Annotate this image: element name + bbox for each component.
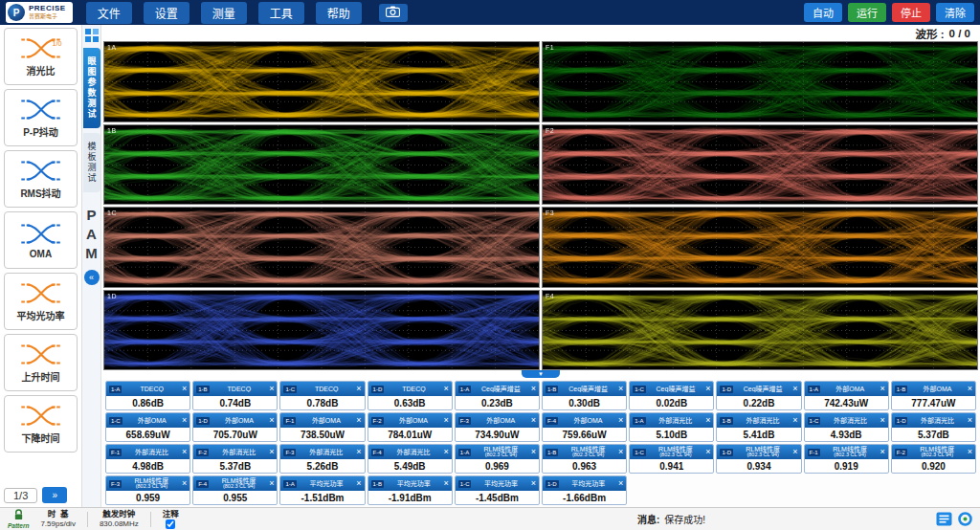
control-button-4[interactable]: 清除 [936,3,974,22]
eye-diagram-icon [18,342,64,367]
report-icon-button[interactable] [936,512,952,526]
eye-diagram-canvas [543,125,977,205]
measurement-name: RLM线性度(802.3 CL 94) [909,446,966,458]
sidebar-item-5[interactable]: 平均光功率 [4,273,78,330]
close-icon[interactable]: × [356,479,361,488]
close-icon[interactable]: × [182,385,187,393]
sidebar-item-4[interactable]: OMA [4,211,78,269]
close-icon[interactable]: × [618,416,623,425]
measurement-name: RLM线性度(802.3 CL 94) [123,477,180,490]
channel-tag: F-3 [283,449,296,456]
collapse-panel-button[interactable]: « [84,270,100,285]
measurement-name: 外部消光比 [386,449,442,455]
close-icon[interactable]: × [444,479,449,488]
measurement-card: 1-CTDECQ×0.78dB [279,381,365,410]
tab-eye-parameter-test[interactable]: 眼图参数测试 [83,48,100,128]
measurement-header: 1-BTDECQ× [193,382,277,396]
logo-icon: P [8,4,25,21]
close-icon[interactable]: × [968,448,972,456]
eye-diagram-canvas [104,125,539,205]
measurement-card: 1-CCeq噪声增益×0.02dB [629,381,714,410]
annotation-checkbox[interactable] [166,519,175,529]
close-icon[interactable]: × [705,448,710,456]
measurement-card: F-4外部消光比×5.49dB [368,444,453,474]
measurement-value: 0.955 [193,491,277,504]
close-icon[interactable]: × [792,448,797,456]
measurement-standard: (802.3 CL 94) [473,453,529,458]
measurement-header: F-3外部消光比× [280,445,364,459]
close-icon[interactable]: × [269,416,274,425]
close-icon[interactable]: × [356,448,361,456]
measurement-name: RLM线性度(802.3 CL 94) [560,446,616,458]
close-icon[interactable]: × [444,385,449,393]
sidebar-item-1[interactable]: 1/0消光比 [4,28,78,85]
close-icon[interactable]: × [705,385,710,393]
measurement-card: 1-BCeq噪声增益×0.30dB [542,381,627,410]
close-icon[interactable]: × [269,385,274,393]
pager-next-button[interactable]: » [42,487,67,503]
eye-diagram-icon [18,97,64,122]
close-icon[interactable]: × [182,416,187,425]
close-icon[interactable]: × [269,479,274,488]
channel-tag: F-2 [371,417,384,425]
close-icon[interactable]: × [618,385,623,393]
close-icon[interactable]: × [618,448,623,456]
measurement-header: 1-B外部消光比× [717,413,800,428]
close-icon[interactable]: × [792,385,797,393]
eye-diagram-grid: 1A1B1C1DF1F2F3F4 [101,41,980,370]
layout-grid-icon[interactable] [85,29,99,42]
app-window: P PRECISE 普赛斯电子 文件设置测量工具帮助 自动运行停止清除 1/0消… [0,0,980,530]
measurement-header: F-3RLM线性度(802.3 CL 94)× [106,476,189,491]
measurement-name: 外部OMA [822,386,879,392]
close-icon[interactable]: × [705,416,710,425]
menu-item-5[interactable]: 帮助 [316,2,362,24]
measurement-name: RLM线性度(802.3 CL 94) [735,446,791,458]
measurement-card: 1-A外部OMA×742.43uW [804,381,889,410]
close-icon[interactable]: × [531,479,536,488]
close-icon[interactable]: × [269,448,274,456]
sidebar-item-7[interactable]: 下降时间 [4,395,78,453]
measurement-name: 平均光功率 [473,480,528,487]
close-icon[interactable]: × [531,416,536,425]
close-icon[interactable]: × [182,448,187,456]
close-icon[interactable]: × [968,416,972,425]
close-icon[interactable]: × [444,416,449,425]
connection-status-icon[interactable] [958,512,972,526]
close-icon[interactable]: × [444,448,449,456]
chevron-down-icon[interactable]: ▼ [522,370,560,378]
sidebar-item-2[interactable]: P-P抖动 [4,89,78,146]
measurement-name: 外部消光比 [648,417,704,424]
measurement-value: 0.919 [805,459,888,473]
tab-template-test[interactable]: 模板测试 [83,133,100,192]
control-button-1[interactable]: 自动 [804,3,842,22]
close-icon[interactable]: × [356,385,361,393]
measurement-standard: (802.3 CL 94) [909,453,966,458]
control-button-3[interactable]: 停止 [892,3,930,22]
measurement-value: 777.47uW [892,396,975,409]
sidebar-item-6[interactable]: 上升时间 [4,334,78,391]
close-icon[interactable]: × [531,385,536,393]
close-icon[interactable]: × [182,479,187,488]
close-icon[interactable]: × [968,385,972,393]
measurement-header: 1-ACeq噪声增益× [456,382,539,396]
measurement-value: -1.45dBm [456,491,539,504]
close-icon[interactable]: × [356,416,361,425]
measurement-card: F-2外部OMA×784.01uW [368,412,453,442]
close-icon[interactable]: × [531,448,536,456]
menu-item-4[interactable]: 工具 [258,2,304,24]
menu-item-1[interactable]: 文件 [86,2,132,24]
close-icon[interactable]: × [618,479,623,488]
close-icon[interactable]: × [880,385,885,393]
trigger-clock-label: 触发时钟 [102,509,135,519]
menu-item-2[interactable]: 设置 [144,2,189,24]
control-button-2[interactable]: 运行 [848,3,886,22]
sidebar-item-3[interactable]: RMS抖动 [4,150,78,208]
measurement-panel-collapse-handle[interactable]: ▼ [101,370,980,379]
measurement-name: Ceq噪声增益 [735,386,791,392]
menu-item-3[interactable]: 测量 [201,2,247,24]
close-icon[interactable]: × [792,416,797,425]
close-icon[interactable]: × [880,416,885,425]
close-icon[interactable]: × [880,448,885,456]
screenshot-camera-button[interactable] [379,4,408,22]
pattern-lock-button[interactable]: Pattern [8,508,29,530]
